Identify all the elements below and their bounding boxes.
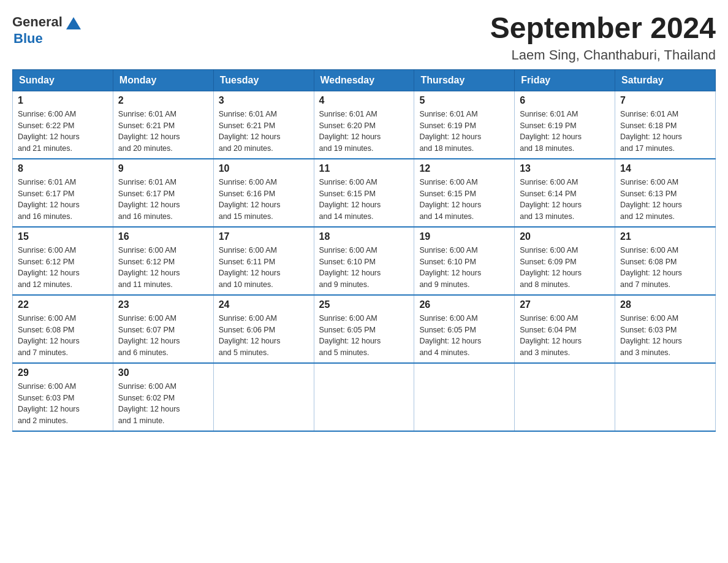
day-info: Sunrise: 6:00 AMSunset: 6:03 PMDaylight:… [620, 313, 710, 359]
calendar-week-row: 29Sunrise: 6:00 AMSunset: 6:03 PMDayligh… [13, 363, 716, 431]
calendar-cell: 15Sunrise: 6:00 AMSunset: 6:12 PMDayligh… [13, 227, 113, 295]
day-number: 2 [118, 95, 208, 106]
calendar-cell: 20Sunrise: 6:00 AMSunset: 6:09 PMDayligh… [515, 227, 615, 295]
day-info: Sunrise: 6:00 AMSunset: 6:10 PMDaylight:… [319, 245, 409, 291]
day-info: Sunrise: 6:01 AMSunset: 6:17 PMDaylight:… [18, 177, 108, 223]
day-number: 16 [118, 231, 208, 242]
weekday-header-friday: Friday [515, 69, 615, 91]
day-number: 26 [419, 299, 509, 310]
calendar-cell: 27Sunrise: 6:00 AMSunset: 6:04 PMDayligh… [515, 295, 615, 363]
day-info: Sunrise: 6:00 AMSunset: 6:12 PMDaylight:… [118, 245, 208, 291]
svg-marker-0 [66, 17, 81, 29]
calendar-week-row: 15Sunrise: 6:00 AMSunset: 6:12 PMDayligh… [13, 227, 716, 295]
weekday-header-tuesday: Tuesday [213, 69, 314, 91]
day-number: 11 [319, 163, 409, 174]
calendar-cell: 4Sunrise: 6:01 AMSunset: 6:20 PMDaylight… [314, 91, 414, 159]
day-info: Sunrise: 6:00 AMSunset: 6:11 PMDaylight:… [219, 245, 309, 291]
calendar-cell: 5Sunrise: 6:01 AMSunset: 6:19 PMDaylight… [414, 91, 515, 159]
logo: General Blue [12, 12, 83, 45]
day-number: 27 [520, 299, 610, 310]
day-number: 23 [118, 299, 208, 310]
calendar-cell: 10Sunrise: 6:00 AMSunset: 6:16 PMDayligh… [213, 159, 314, 227]
title-block: September 2024 Laem Sing, Chanthaburi, T… [490, 12, 716, 63]
calendar-cell: 8Sunrise: 6:01 AMSunset: 6:17 PMDaylight… [13, 159, 113, 227]
day-number: 24 [219, 299, 309, 310]
day-info: Sunrise: 6:01 AMSunset: 6:19 PMDaylight:… [520, 109, 610, 155]
day-number: 7 [620, 95, 710, 106]
weekday-header-wednesday: Wednesday [314, 69, 414, 91]
day-info: Sunrise: 6:00 AMSunset: 6:02 PMDaylight:… [118, 381, 208, 427]
calendar-cell: 1Sunrise: 6:00 AMSunset: 6:22 PMDaylight… [13, 91, 113, 159]
calendar-cell: 14Sunrise: 6:00 AMSunset: 6:13 PMDayligh… [615, 159, 716, 227]
day-number: 4 [319, 95, 409, 106]
calendar-cell: 29Sunrise: 6:00 AMSunset: 6:03 PMDayligh… [13, 363, 113, 431]
day-number: 17 [219, 231, 309, 242]
day-info: Sunrise: 6:00 AMSunset: 6:05 PMDaylight:… [319, 313, 409, 359]
calendar-cell: 6Sunrise: 6:01 AMSunset: 6:19 PMDaylight… [515, 91, 615, 159]
calendar-cell [414, 363, 515, 431]
day-number: 14 [620, 163, 710, 174]
day-number: 29 [18, 367, 108, 378]
day-number: 19 [419, 231, 509, 242]
calendar-cell: 18Sunrise: 6:00 AMSunset: 6:10 PMDayligh… [314, 227, 414, 295]
day-info: Sunrise: 6:00 AMSunset: 6:16 PMDaylight:… [219, 177, 309, 223]
weekday-header-thursday: Thursday [414, 69, 515, 91]
calendar-cell: 22Sunrise: 6:00 AMSunset: 6:08 PMDayligh… [13, 295, 113, 363]
calendar-cell: 30Sunrise: 6:00 AMSunset: 6:02 PMDayligh… [113, 363, 213, 431]
day-number: 15 [18, 231, 108, 242]
day-number: 9 [118, 163, 208, 174]
logo-general-text: General [12, 15, 63, 29]
day-number: 13 [520, 163, 610, 174]
weekday-header-monday: Monday [113, 69, 213, 91]
day-number: 30 [118, 367, 208, 378]
day-info: Sunrise: 6:00 AMSunset: 6:12 PMDaylight:… [18, 245, 108, 291]
day-number: 5 [419, 95, 509, 106]
calendar-cell: 12Sunrise: 6:00 AMSunset: 6:15 PMDayligh… [414, 159, 515, 227]
calendar-cell: 7Sunrise: 6:01 AMSunset: 6:18 PMDaylight… [615, 91, 716, 159]
day-info: Sunrise: 6:00 AMSunset: 6:22 PMDaylight:… [18, 109, 108, 155]
day-info: Sunrise: 6:00 AMSunset: 6:03 PMDaylight:… [18, 381, 108, 427]
day-number: 8 [18, 163, 108, 174]
day-number: 12 [419, 163, 509, 174]
day-number: 10 [219, 163, 309, 174]
day-number: 18 [319, 231, 409, 242]
calendar-week-row: 22Sunrise: 6:00 AMSunset: 6:08 PMDayligh… [13, 295, 716, 363]
weekday-header-row: SundayMondayTuesdayWednesdayThursdayFrid… [13, 69, 716, 91]
day-info: Sunrise: 6:01 AMSunset: 6:19 PMDaylight:… [419, 109, 509, 155]
day-info: Sunrise: 6:01 AMSunset: 6:17 PMDaylight:… [118, 177, 208, 223]
calendar-table: SundayMondayTuesdayWednesdayThursdayFrid… [12, 69, 716, 432]
logo-icon [64, 12, 83, 32]
calendar-cell: 19Sunrise: 6:00 AMSunset: 6:10 PMDayligh… [414, 227, 515, 295]
calendar-cell: 21Sunrise: 6:00 AMSunset: 6:08 PMDayligh… [615, 227, 716, 295]
calendar-cell: 9Sunrise: 6:01 AMSunset: 6:17 PMDaylight… [113, 159, 213, 227]
day-number: 1 [18, 95, 108, 106]
calendar-cell: 13Sunrise: 6:00 AMSunset: 6:14 PMDayligh… [515, 159, 615, 227]
calendar-cell: 26Sunrise: 6:00 AMSunset: 6:05 PMDayligh… [414, 295, 515, 363]
day-number: 22 [18, 299, 108, 310]
calendar-cell [314, 363, 414, 431]
day-info: Sunrise: 6:00 AMSunset: 6:15 PMDaylight:… [319, 177, 409, 223]
day-info: Sunrise: 6:00 AMSunset: 6:06 PMDaylight:… [219, 313, 309, 359]
calendar-cell: 2Sunrise: 6:01 AMSunset: 6:21 PMDaylight… [113, 91, 213, 159]
calendar-subtitle: Laem Sing, Chanthaburi, Thailand [490, 47, 716, 63]
day-info: Sunrise: 6:00 AMSunset: 6:08 PMDaylight:… [18, 313, 108, 359]
day-info: Sunrise: 6:00 AMSunset: 6:07 PMDaylight:… [118, 313, 208, 359]
calendar-cell [615, 363, 716, 431]
day-info: Sunrise: 6:00 AMSunset: 6:08 PMDaylight:… [620, 245, 710, 291]
calendar-cell [213, 363, 314, 431]
calendar-cell: 23Sunrise: 6:00 AMSunset: 6:07 PMDayligh… [113, 295, 213, 363]
weekday-header-saturday: Saturday [615, 69, 716, 91]
calendar-title: September 2024 [490, 12, 716, 45]
day-info: Sunrise: 6:00 AMSunset: 6:13 PMDaylight:… [620, 177, 710, 223]
calendar-cell: 24Sunrise: 6:00 AMSunset: 6:06 PMDayligh… [213, 295, 314, 363]
day-info: Sunrise: 6:00 AMSunset: 6:14 PMDaylight:… [520, 177, 610, 223]
day-info: Sunrise: 6:00 AMSunset: 6:04 PMDaylight:… [520, 313, 610, 359]
calendar-week-row: 8Sunrise: 6:01 AMSunset: 6:17 PMDaylight… [13, 159, 716, 227]
page-header: General Blue September 2024 Laem Sing, C… [12, 12, 716, 63]
calendar-cell: 28Sunrise: 6:00 AMSunset: 6:03 PMDayligh… [615, 295, 716, 363]
calendar-week-row: 1Sunrise: 6:00 AMSunset: 6:22 PMDaylight… [13, 91, 716, 159]
day-info: Sunrise: 6:01 AMSunset: 6:18 PMDaylight:… [620, 109, 710, 155]
logo-blue-text: Blue [13, 32, 83, 45]
day-info: Sunrise: 6:00 AMSunset: 6:10 PMDaylight:… [419, 245, 509, 291]
day-number: 6 [520, 95, 610, 106]
